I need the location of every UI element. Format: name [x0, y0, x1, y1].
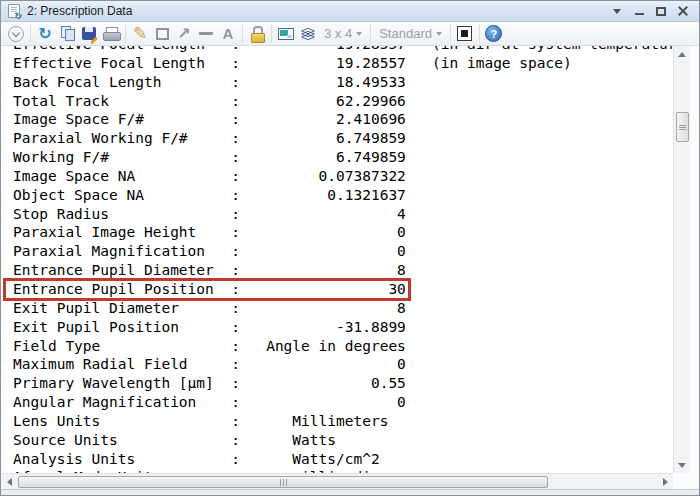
- prescription-window: 2: Prescription Data ↻ ✎ ↗ A 3 x 4: [0, 0, 700, 496]
- prescription-row: Back Focal Length : 18.49533: [13, 73, 673, 92]
- horizontal-scrollbar-thumb[interactable]: [18, 476, 548, 488]
- close-button[interactable]: [675, 4, 691, 19]
- print-button[interactable]: [100, 23, 122, 45]
- grip-icon: [280, 479, 281, 486]
- prescription-row: Field Type : Angle in degrees: [13, 337, 673, 356]
- prescription-row: Image Space NA : 0.07387322: [13, 167, 673, 186]
- refresh-button[interactable]: ↻: [34, 23, 56, 45]
- minimize-button[interactable]: [631, 4, 647, 19]
- grid-size-label: 3 x 4: [324, 26, 352, 41]
- window-menu-button[interactable]: [609, 4, 625, 19]
- triangle-left-icon: [7, 478, 12, 486]
- prescription-row: Paraxial Magnification : 0: [13, 242, 673, 261]
- settings-expander-button[interactable]: [5, 23, 27, 45]
- prescription-content[interactable]: Effective Focal Length : 19.28557 (in ai…: [1, 46, 673, 473]
- prescription-row: Maximum Radial Field : 0: [13, 355, 673, 374]
- toolbar-separator: [370, 25, 371, 43]
- toolbar-separator: [242, 25, 243, 43]
- lock-button[interactable]: [246, 23, 268, 45]
- save-icon: [82, 27, 96, 40]
- frame-icon: [457, 26, 472, 41]
- vertical-scrollbar[interactable]: [673, 46, 690, 473]
- toolbar-separator: [125, 25, 126, 43]
- maximize-button[interactable]: [653, 4, 669, 19]
- prescription-row: Source Units : Watts: [13, 431, 673, 450]
- arrow-icon: ↗: [177, 26, 190, 42]
- prescription-row: Analysis Units : Watts/cm^2: [13, 450, 673, 469]
- help-icon: ?: [485, 25, 502, 42]
- prescription-row: Object Space NA : 0.1321637: [13, 186, 673, 205]
- text-icon: A: [223, 26, 234, 41]
- prescription-row: Paraxial Working F/# : 6.749859: [13, 129, 673, 148]
- copy-icon: [60, 26, 75, 41]
- toolbar-separator: [271, 25, 272, 43]
- triangle-up-icon: [678, 52, 686, 57]
- layers-button[interactable]: [297, 23, 319, 45]
- window-controls: [609, 4, 695, 19]
- prescription-row: Effective Focal Length : 19.28557 (in ai…: [13, 46, 673, 54]
- prescription-row: Paraxial Image Height : 0: [13, 223, 673, 242]
- scroll-left-button[interactable]: [1, 474, 17, 489]
- prescription-row: Total Track : 62.29966: [13, 92, 673, 111]
- view-mode-dropdown[interactable]: Standard: [374, 23, 447, 45]
- copy-button[interactable]: [56, 23, 78, 45]
- annotate-line-button[interactable]: [195, 23, 217, 45]
- prescription-row: Working F/# : 6.749859: [13, 148, 673, 167]
- annotate-rectangle-button[interactable]: [151, 23, 173, 45]
- prescription-document-icon: [8, 4, 20, 18]
- prescription-row: Stop Radius : 4: [13, 205, 673, 224]
- window-body: Effective Focal Length : 19.28557 (in ai…: [1, 46, 699, 473]
- rectangle-icon: [156, 28, 169, 40]
- scroll-up-button[interactable]: [674, 46, 690, 62]
- print-icon: [103, 27, 119, 41]
- scrollbar-corner: [673, 473, 699, 489]
- window-title: 2: Prescription Data: [27, 4, 132, 18]
- window-tile-icon: [278, 28, 294, 40]
- chevron-down-icon: [356, 32, 362, 36]
- vertical-scrollbar-thumb[interactable]: [676, 112, 689, 142]
- lock-icon: [250, 26, 264, 41]
- pencil-icon: ✎: [133, 25, 147, 42]
- horizontal-scrollbar[interactable]: [1, 473, 673, 489]
- prescription-row: Exit Pupil Diameter : 8: [13, 299, 673, 318]
- scroll-right-button[interactable]: [657, 474, 673, 489]
- titlebar[interactable]: 2: Prescription Data: [1, 1, 699, 22]
- window-frame-strip: [690, 46, 699, 473]
- triangle-right-icon: [663, 478, 668, 486]
- view-mode-label: Standard: [379, 26, 432, 41]
- chevron-down-icon: [436, 32, 442, 36]
- prescription-text: Effective Focal Length : 19.28557 (in ai…: [1, 46, 673, 473]
- maximize-icon: [656, 7, 666, 16]
- scroll-down-button[interactable]: [674, 457, 690, 473]
- window-frame-strip: [1, 489, 699, 495]
- chevron-down-circle-icon: [8, 26, 24, 42]
- chevron-down-icon: [613, 9, 621, 14]
- prescription-row: Lens Units : Millimeters: [13, 412, 673, 431]
- prescription-row: Effective Focal Length : 19.28557 (in im…: [13, 54, 673, 73]
- prescription-row: Angular Magnification : 0: [13, 393, 673, 412]
- minimize-icon: [635, 13, 644, 15]
- grid-size-dropdown[interactable]: 3 x 4: [319, 23, 367, 45]
- highlight-box: [3, 278, 411, 301]
- window-tile-button[interactable]: [275, 23, 297, 45]
- annotate-pencil-button[interactable]: ✎: [129, 23, 151, 45]
- prescription-row: Image Space F/# : 2.410696: [13, 110, 673, 129]
- save-button[interactable]: [78, 23, 100, 45]
- grip-icon: [679, 125, 686, 126]
- frame-button[interactable]: [454, 23, 476, 45]
- toolbar-separator: [30, 25, 31, 43]
- toolbar: ↻ ✎ ↗ A 3 x 4 Standard ?: [1, 22, 699, 46]
- layers-icon: [303, 26, 313, 42]
- prescription-row: Primary Wavelength [µm] : 0.55: [13, 374, 673, 393]
- triangle-down-icon: [678, 463, 686, 468]
- prescription-row: Exit Pupil Position : -31.8899: [13, 318, 673, 337]
- refresh-icon: ↻: [38, 26, 51, 42]
- toolbar-separator: [450, 25, 451, 43]
- annotate-text-button[interactable]: A: [217, 23, 239, 45]
- toolbar-separator: [479, 25, 480, 43]
- line-icon: [199, 32, 213, 35]
- help-button[interactable]: ?: [483, 23, 505, 45]
- annotate-arrow-button[interactable]: ↗: [173, 23, 195, 45]
- horizontal-scrollbar-row: [1, 473, 699, 489]
